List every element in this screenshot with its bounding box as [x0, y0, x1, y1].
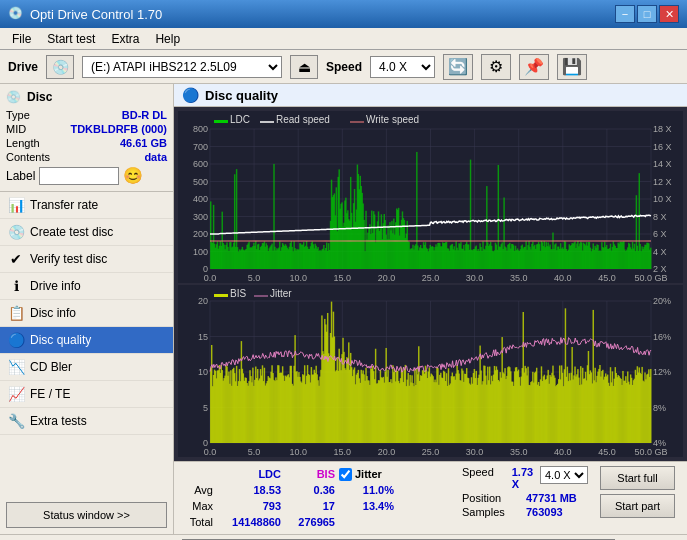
- disc-type-label: Type: [6, 109, 30, 121]
- jitter-label: Jitter: [355, 466, 382, 482]
- sidebar-item-disc-quality[interactable]: 🔵 Disc quality: [0, 327, 173, 354]
- stats-row-total: Total 14148860 276965: [182, 514, 454, 530]
- avg-bis: 0.36: [285, 482, 335, 498]
- disc-length-row: Length 46.61 GB: [6, 136, 167, 150]
- disc-header-title: Disc: [27, 90, 52, 104]
- stats-headers: LDC BIS Jitter: [182, 466, 454, 482]
- title-bar-left: 💿 Opti Drive Control 1.70: [8, 6, 162, 22]
- drive-bar: Drive 💿 (E:) ATAPI iHBS212 2.5L09 ⏏ Spee…: [0, 50, 687, 84]
- eject-button[interactable]: ⏏: [290, 55, 318, 79]
- max-bis: 17: [285, 498, 335, 514]
- avg-label: Avg: [182, 482, 217, 498]
- start-full-button[interactable]: Start full: [600, 466, 675, 490]
- sidebar-item-verify-test-disc[interactable]: ✔ Verify test disc: [0, 246, 173, 273]
- total-jitter: [339, 514, 394, 530]
- disc-mid-row: MID TDKBLDRFB (000): [6, 122, 167, 136]
- action-buttons: Start full Start part: [596, 466, 679, 518]
- status-window-button[interactable]: Status window >>: [6, 502, 167, 528]
- disc-contents-row: Contents data: [6, 150, 167, 164]
- stats-jitter-header: Jitter: [339, 466, 454, 482]
- total-label: Total: [182, 514, 217, 530]
- speed-info-select[interactable]: 4.0 X: [540, 466, 588, 484]
- sidebar-item-disc-info[interactable]: 📋 Disc info: [0, 300, 173, 327]
- app-icon: 💿: [8, 6, 24, 22]
- speed-info-value: 1.73 X: [512, 466, 536, 490]
- sidebar-item-label: Drive info: [30, 279, 81, 293]
- avg-jitter: 11.0%: [339, 482, 394, 498]
- disc-label-icon[interactable]: 😊: [123, 166, 143, 185]
- close-button[interactable]: ✕: [659, 5, 679, 23]
- max-ldc: 793: [221, 498, 281, 514]
- disc-type-row: Type BD-R DL: [6, 108, 167, 122]
- sidebar-item-extra-tests[interactable]: 🔧 Extra tests: [0, 408, 173, 435]
- content-area: 🔵 Disc quality LDC BIS: [174, 84, 687, 534]
- drive-label: Drive: [8, 60, 38, 74]
- app-title: Opti Drive Control 1.70: [30, 7, 162, 22]
- create-test-disc-icon: 💿: [8, 224, 24, 240]
- disc-panel: 💿 Disc Type BD-R DL MID TDKBLDRFB (000) …: [0, 84, 173, 192]
- fe-te-icon: 📈: [8, 386, 24, 402]
- refresh-button[interactable]: 🔄: [443, 54, 473, 80]
- stats-bis-header: BIS: [285, 466, 335, 482]
- bookmarks-button[interactable]: 📌: [519, 54, 549, 80]
- disc-label-input[interactable]: [39, 167, 119, 185]
- sidebar-item-label: FE / TE: [30, 387, 70, 401]
- stats-ldc-header: LDC: [221, 466, 281, 482]
- samples-value: 763093: [526, 506, 563, 518]
- total-ldc: 14148860: [221, 514, 281, 530]
- disc-label-row: Label 😊: [6, 166, 167, 185]
- stats-panel: LDC BIS Jitter Avg 18.53 0.36 11.0% Max: [174, 461, 687, 534]
- save-button[interactable]: 💾: [557, 54, 587, 80]
- disc-quality-icon: 🔵: [8, 332, 24, 348]
- sidebar-item-label: Transfer rate: [30, 198, 98, 212]
- disc-quality-title: Disc quality: [205, 88, 278, 103]
- sidebar-item-label: Disc info: [30, 306, 76, 320]
- menu-extra[interactable]: Extra: [103, 30, 147, 48]
- jitter-checkbox[interactable]: [339, 468, 352, 481]
- disc-type-value: BD-R DL: [122, 109, 167, 121]
- disc-quality-header-icon: 🔵: [182, 87, 199, 103]
- disc-length-value: 46.61 GB: [120, 137, 167, 149]
- sidebar-item-label: CD Bler: [30, 360, 72, 374]
- speed-label: Speed: [326, 60, 362, 74]
- samples-row: Samples 763093: [462, 506, 588, 518]
- sidebar-item-cd-bler[interactable]: 📉 CD Bler: [0, 354, 173, 381]
- verify-test-disc-icon: ✔: [8, 251, 24, 267]
- sidebar-item-fe-te[interactable]: 📈 FE / TE: [0, 381, 173, 408]
- maximize-button[interactable]: □: [637, 5, 657, 23]
- drive-info-icon: ℹ: [8, 278, 24, 294]
- sidebar-item-drive-info[interactable]: ℹ Drive info: [0, 273, 173, 300]
- sidebar-item-transfer-rate[interactable]: 📊 Transfer rate: [0, 192, 173, 219]
- disc-length-label: Length: [6, 137, 40, 149]
- samples-label: Samples: [462, 506, 522, 518]
- position-row: Position 47731 MB: [462, 492, 588, 504]
- charts-container: [174, 107, 687, 461]
- drive-select[interactable]: (E:) ATAPI iHBS212 2.5L09: [82, 56, 282, 78]
- avg-ldc: 18.53: [221, 482, 281, 498]
- start-part-button[interactable]: Start part: [600, 494, 675, 518]
- stats-table: LDC BIS Jitter Avg 18.53 0.36 11.0% Max: [182, 466, 454, 530]
- position-label: Position: [462, 492, 522, 504]
- speed-select[interactable]: 4.0 X 8.0 X 2.0 X Max X: [370, 56, 435, 78]
- sidebar: 💿 Disc Type BD-R DL MID TDKBLDRFB (000) …: [0, 84, 174, 534]
- max-label: Max: [182, 498, 217, 514]
- settings-button[interactable]: ⚙: [481, 54, 511, 80]
- menu-start-test[interactable]: Start test: [39, 30, 103, 48]
- menu-help[interactable]: Help: [147, 30, 188, 48]
- disc-quality-header: 🔵 Disc quality: [174, 84, 687, 107]
- disc-icon: 💿: [6, 90, 21, 104]
- position-value: 47731 MB: [526, 492, 577, 504]
- sidebar-item-create-test-disc[interactable]: 💿 Create test disc: [0, 219, 173, 246]
- drive-icon-btn[interactable]: 💿: [46, 55, 74, 79]
- window-controls: − □ ✕: [615, 5, 679, 23]
- speed-info-label: Speed: [462, 466, 508, 490]
- max-jitter: 13.4%: [339, 498, 394, 514]
- minimize-button[interactable]: −: [615, 5, 635, 23]
- disc-mid-value: TDKBLDRFB (000): [70, 123, 167, 135]
- stats-empty: [182, 466, 217, 482]
- cd-bler-icon: 📉: [8, 359, 24, 375]
- menu-file[interactable]: File: [4, 30, 39, 48]
- sidebar-item-label: Verify test disc: [30, 252, 107, 266]
- chart-ldc: [178, 111, 683, 283]
- sidebar-item-label: Extra tests: [30, 414, 87, 428]
